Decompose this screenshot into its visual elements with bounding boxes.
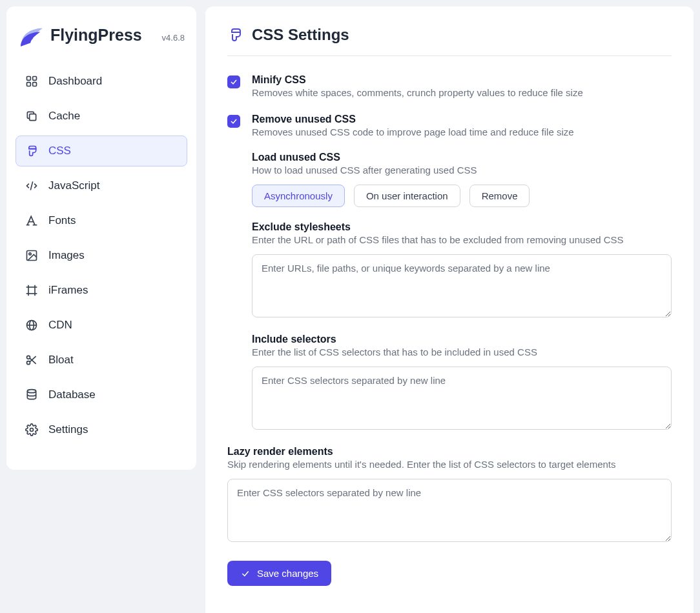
check-icon	[230, 117, 238, 125]
exclude-title: Exclude stylesheets	[252, 221, 672, 233]
setting-include-selectors: Include selectors Enter the list of CSS …	[252, 334, 672, 432]
page-title: CSS Settings	[252, 26, 349, 44]
check-icon	[230, 78, 238, 86]
setting-lazy-render: Lazy render elements Skip rendering elem…	[227, 446, 672, 544]
include-desc: Enter the list of CSS selectors that has…	[252, 347, 672, 357]
load-unused-options: Asynchronously On user interaction Remov…	[252, 185, 672, 207]
option-on-user-interaction[interactable]: On user interaction	[354, 185, 460, 207]
sidebar-item-label: Cache	[48, 110, 80, 123]
setting-remove-unused: Remove unused CSS Removes unused CSS cod…	[227, 114, 672, 586]
sidebar-item-label: Images	[48, 249, 85, 262]
svg-rect-1	[33, 77, 37, 81]
sidebar-item-label: Bloat	[48, 354, 74, 367]
check-icon	[240, 569, 251, 578]
exclude-textarea[interactable]	[252, 254, 672, 317]
sidebar-item-javascript[interactable]: JavaScript	[15, 170, 187, 201]
scissors-icon	[25, 354, 38, 367]
sidebar-item-cdn[interactable]: CDN	[15, 310, 187, 341]
sidebar-item-cache[interactable]: Cache	[15, 101, 187, 132]
include-textarea[interactable]	[252, 367, 672, 430]
brand-title: FlyingPress	[50, 26, 142, 45]
sidebar-item-dashboard[interactable]: Dashboard	[15, 66, 187, 97]
lazy-desc: Skip rendering elements until it's neede…	[227, 459, 672, 470]
gear-icon	[25, 423, 38, 436]
brush-icon	[25, 145, 38, 157]
font-icon	[25, 214, 38, 227]
dashboard-icon	[25, 75, 38, 88]
brand: FlyingPress v4.6.8	[15, 18, 187, 66]
copy-icon	[25, 110, 38, 123]
sidebar-item-label: Fonts	[48, 214, 76, 227]
load-unused-title: Load unused CSS	[252, 152, 672, 163]
sidebar-item-label: CSS	[48, 145, 71, 157]
minify-checkbox[interactable]	[227, 75, 240, 88]
exclude-desc: Enter the URL or path of CSS files that …	[252, 234, 672, 245]
sidebar-item-settings[interactable]: Settings	[15, 414, 187, 445]
frame-icon	[25, 284, 38, 297]
globe-icon	[25, 319, 38, 332]
minify-title: Minify CSS	[252, 74, 672, 86]
sidebar-item-label: Database	[48, 388, 96, 401]
svg-rect-4	[30, 114, 36, 121]
brush-icon	[227, 27, 243, 43]
remove-unused-title: Remove unused CSS	[252, 114, 672, 125]
sidebar-item-images[interactable]: Images	[15, 240, 187, 271]
sidebar-item-label: iFrames	[48, 284, 88, 297]
page-header: CSS Settings	[227, 26, 672, 56]
save-label: Save changes	[257, 568, 318, 579]
image-icon	[25, 249, 38, 262]
setting-minify: Minify CSS Removes white spaces, comment…	[227, 74, 672, 98]
option-remove[interactable]: Remove	[469, 185, 530, 207]
code-icon	[25, 179, 38, 192]
database-icon	[25, 388, 38, 401]
remove-unused-desc: Removes unused CSS code to improve page …	[252, 126, 672, 137]
lazy-textarea[interactable]	[227, 479, 672, 542]
sidebar-item-label: Settings	[48, 423, 88, 436]
remove-unused-checkbox[interactable]	[227, 115, 240, 128]
sidebar-nav: Dashboard Cache CSS JavaScript Fonts Ima…	[15, 66, 187, 448]
svg-point-10	[29, 253, 31, 255]
setting-load-unused: Load unused CSS How to load unused CSS a…	[252, 152, 672, 207]
sidebar-item-label: Dashboard	[48, 75, 102, 88]
svg-line-5	[30, 181, 32, 190]
sidebar-item-database[interactable]: Database	[15, 379, 187, 410]
sidebar-item-iframes[interactable]: iFrames	[15, 275, 187, 306]
brand-version: v4.6.8	[162, 33, 185, 43]
sidebar-item-label: JavaScript	[48, 179, 99, 192]
lazy-title: Lazy render elements	[227, 446, 672, 457]
sidebar-item-css[interactable]: CSS	[15, 136, 187, 166]
svg-point-22	[27, 390, 36, 393]
brand-logo	[19, 26, 44, 48]
save-button[interactable]: Save changes	[227, 561, 331, 586]
svg-rect-3	[33, 83, 37, 86]
sidebar: FlyingPress v4.6.8 Dashboard Cache CSS J…	[6, 6, 196, 470]
svg-rect-2	[27, 83, 31, 86]
save-row: Save changes	[227, 561, 672, 586]
load-unused-desc: How to load unused CSS after generating …	[252, 165, 672, 176]
include-title: Include selectors	[252, 334, 672, 345]
main-panel: CSS Settings Minify CSS Removes white sp…	[205, 6, 694, 613]
svg-point-23	[30, 428, 34, 432]
sidebar-item-bloat[interactable]: Bloat	[15, 345, 187, 376]
sidebar-item-fonts[interactable]: Fonts	[15, 205, 187, 236]
setting-exclude-stylesheets: Exclude stylesheets Enter the URL or pat…	[252, 221, 672, 319]
svg-rect-0	[27, 77, 31, 81]
minify-desc: Removes white spaces, comments, crunch p…	[252, 87, 672, 98]
sidebar-item-label: CDN	[48, 319, 72, 332]
option-asynchronously[interactable]: Asynchronously	[252, 185, 345, 207]
